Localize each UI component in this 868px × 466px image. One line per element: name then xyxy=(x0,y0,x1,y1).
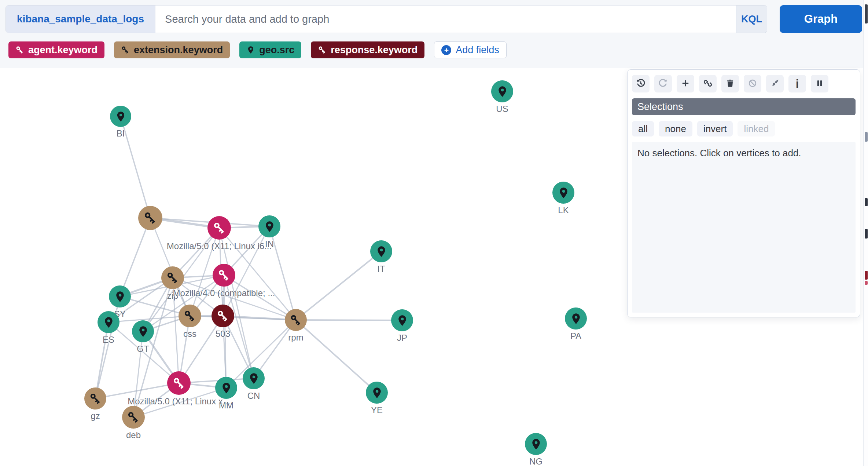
index-pattern-badge[interactable]: kibana_sample_data_logs xyxy=(6,6,155,33)
graph-node-n503[interactable] xyxy=(212,305,234,327)
graph-node-SY[interactable] xyxy=(109,285,131,307)
graph-node-US[interactable] xyxy=(491,80,513,102)
plus-circle-icon: + xyxy=(441,45,451,55)
graph-node-ES[interactable] xyxy=(98,311,119,333)
graph-control-panel: i Selections allnoneinvertlinked No sele… xyxy=(627,69,860,317)
map-pin-icon xyxy=(557,186,570,199)
graph-node-JP[interactable] xyxy=(391,309,413,331)
map-pin-icon xyxy=(137,325,150,338)
edge-strip-mark xyxy=(865,198,868,206)
key-icon xyxy=(172,376,186,390)
toolbar-button-brush[interactable] xyxy=(766,75,784,92)
edge-strip-mark xyxy=(865,4,868,23)
graph-node-IN[interactable] xyxy=(258,215,280,237)
brush-icon xyxy=(770,78,780,89)
map-pin-icon xyxy=(102,316,115,329)
edge-strip-mark xyxy=(865,229,868,239)
search-bar: kibana_sample_data_logs KQL xyxy=(5,5,767,33)
field-badge-agent-keyword[interactable]: agent.keyword xyxy=(8,41,104,58)
add-fields-button[interactable]: + Add fields xyxy=(434,41,507,58)
delete-icon xyxy=(725,79,735,89)
key-icon xyxy=(89,392,102,405)
selection-button-all[interactable]: all xyxy=(632,121,654,136)
map-pin-icon xyxy=(114,290,126,303)
toolbar-button-block xyxy=(744,75,761,92)
graph-node-BI[interactable] xyxy=(110,106,131,127)
field-badge-extension-keyword[interactable]: extension.keyword xyxy=(114,41,230,58)
key-icon xyxy=(318,45,327,54)
graph-node-ext_a[interactable] xyxy=(138,206,162,230)
map-pin-icon xyxy=(220,382,233,394)
toolbar-button-delete[interactable] xyxy=(721,75,739,92)
toolbar-button-add[interactable] xyxy=(677,75,694,92)
selection-buttons: allnoneinvertlinked xyxy=(632,121,856,136)
selection-button-none[interactable]: none xyxy=(659,121,692,136)
field-badge-response-keyword[interactable]: response.keyword xyxy=(311,41,424,58)
info-icon: i xyxy=(796,78,799,90)
search-input[interactable] xyxy=(155,6,736,33)
graph-node-moz_40[interactable] xyxy=(213,264,235,287)
graph-node-deb[interactable] xyxy=(122,406,145,429)
right-edge-strip xyxy=(863,0,868,466)
selection-button-invert[interactable]: invert xyxy=(697,121,733,136)
key-icon xyxy=(15,45,24,54)
field-badges: agent.keywordextension.keywordgeo.srcres… xyxy=(8,41,424,58)
graph-node-YE[interactable] xyxy=(366,382,388,404)
key-icon xyxy=(290,314,302,327)
map-pin-icon xyxy=(530,438,542,451)
map-pin-icon xyxy=(396,314,409,327)
toolbar-button-info[interactable]: i xyxy=(788,75,806,92)
key-icon xyxy=(127,411,140,424)
field-badge-geo-src[interactable]: geo.src xyxy=(239,41,301,58)
undo-icon xyxy=(636,78,646,90)
graph-node-PA[interactable] xyxy=(565,307,587,330)
map-pin-icon xyxy=(570,312,582,325)
graph-node-MM[interactable] xyxy=(215,377,237,399)
selections-title: Selections xyxy=(637,101,683,113)
graph-node-LK[interactable] xyxy=(552,182,574,204)
add-icon xyxy=(681,79,690,89)
graph-node-css[interactable] xyxy=(179,305,201,327)
index-pattern-label: kibana_sample_data_logs xyxy=(17,13,144,25)
edge-strip-mark xyxy=(865,271,868,280)
kql-button[interactable]: KQL xyxy=(736,6,767,33)
key-icon xyxy=(217,269,231,282)
redo-icon xyxy=(658,78,668,90)
key-icon xyxy=(213,221,226,235)
selections-empty-message: No selections. Click on vertices to add. xyxy=(632,142,856,313)
fields-row: agent.keywordextension.keywordgeo.srcres… xyxy=(8,41,507,58)
link-icon xyxy=(703,78,713,90)
pin-icon xyxy=(246,45,255,54)
map-pin-icon xyxy=(247,372,260,385)
key-icon xyxy=(166,271,179,284)
graph-node-IT[interactable] xyxy=(370,240,392,262)
selections-header: Selections xyxy=(632,98,856,115)
toolbar-button-pause[interactable] xyxy=(811,75,828,92)
graph-node-CN[interactable] xyxy=(243,367,265,389)
graph-node-moz_x86[interactable] xyxy=(167,371,191,395)
map-pin-icon xyxy=(371,386,383,399)
edge-strip-mark xyxy=(865,132,868,142)
graph-button[interactable]: Graph xyxy=(780,5,862,33)
add-fields-label: Add fields xyxy=(456,44,499,56)
block-icon xyxy=(748,79,757,89)
key-icon xyxy=(143,211,157,225)
toolbar-button-undo[interactable] xyxy=(632,75,650,92)
graph-node-rpm[interactable] xyxy=(285,309,307,331)
graph-toolbar: i xyxy=(632,75,856,92)
map-pin-icon xyxy=(496,85,509,98)
graph-node-zip[interactable] xyxy=(161,266,184,289)
pause-icon xyxy=(815,79,824,89)
map-pin-icon xyxy=(263,220,276,233)
graph-node-GT[interactable] xyxy=(132,320,154,342)
graph-node-gz[interactable] xyxy=(84,387,106,409)
selection-button-linked: linked xyxy=(738,121,775,136)
toolbar-button-redo xyxy=(654,75,672,92)
graph-node-NG[interactable] xyxy=(525,433,547,455)
graph-node-moz_i686[interactable] xyxy=(207,216,231,240)
key-icon xyxy=(183,309,196,323)
key-icon xyxy=(121,45,130,54)
toolbar-button-link[interactable] xyxy=(699,75,717,92)
key-icon xyxy=(216,309,229,323)
edge-strip-mark xyxy=(865,281,868,285)
